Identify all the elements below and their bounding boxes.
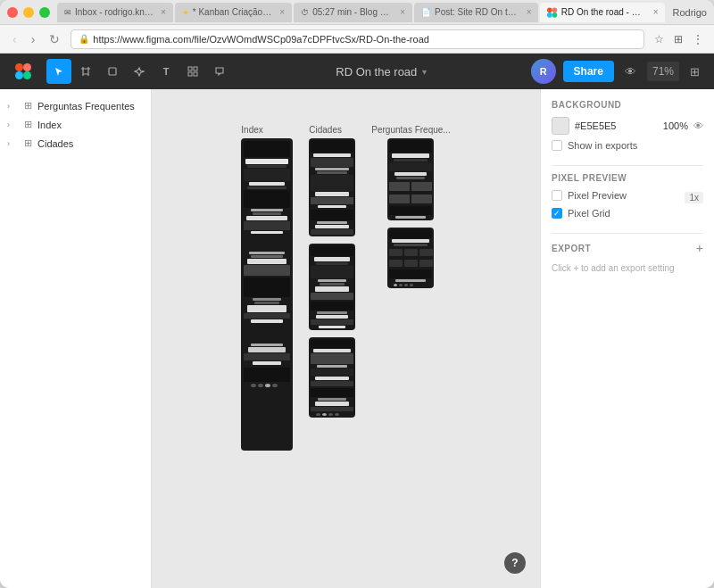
figma-menu-button[interactable] [11, 59, 36, 84]
minimize-button[interactable] [23, 7, 34, 18]
maximize-button[interactable] [39, 7, 50, 18]
svg-rect-2 [547, 12, 552, 18]
svg-rect-6 [15, 71, 23, 79]
cidades-page-1 [309, 138, 355, 236]
tab-post[interactable]: 📄 Post: Site RD On the... × [414, 3, 538, 22]
sidebar-label-perguntas: Perguntas Frequentes [37, 101, 135, 112]
title-chevron-icon[interactable]: ▾ [422, 67, 427, 77]
project-title: RD On the road [336, 65, 417, 79]
tab-blog[interactable]: ⏱ 05:27 min - Blog Po... × [294, 3, 412, 22]
sidebar-item-cidades[interactable]: › ⊞ Cidades [0, 134, 151, 153]
lock-icon: 🔒 [79, 34, 89, 44]
svg-rect-8 [109, 68, 116, 75]
tab-close-icon[interactable]: × [279, 7, 285, 17]
show-in-exports-checkbox[interactable] [552, 140, 562, 151]
pixel-preview-checkbox[interactable] [552, 190, 562, 201]
pixel-preview-header: PIXEL PREVIEW [552, 173, 703, 183]
tab-close-icon[interactable]: × [653, 7, 659, 17]
bookmark-icon[interactable]: ☆ [652, 32, 666, 46]
show-in-exports-label: Show in exports [568, 140, 637, 151]
shape-tool-button[interactable] [100, 59, 125, 84]
text-tool-button[interactable]: T [154, 59, 178, 84]
svg-rect-7 [23, 71, 31, 79]
figma-toolbar: T RD On the road ▾ R [0, 54, 714, 89]
share-button[interactable]: Share [563, 61, 614, 82]
cursor-icon [54, 66, 64, 77]
tab-figma[interactable]: RD On the road - Fig... × [540, 3, 665, 22]
pixel-preview-title: PIXEL PREVIEW [552, 173, 627, 183]
tab-inbox[interactable]: ✉ Inbox - rodrigo.knol... × [57, 3, 173, 22]
eye-icon[interactable]: 👁 [693, 120, 703, 131]
addressbar: ‹ › ↻ 🔒 https://www.figma.com/file/OzvWO… [0, 25, 714, 54]
frame-label-cidades: Cidades [309, 125, 342, 135]
cidades-page-3 [309, 337, 355, 418]
frame-index[interactable]: Index [241, 125, 293, 451]
help-button[interactable]: ? [504, 552, 526, 574]
tab-kanban[interactable]: ★ * Kanban Criação RD × [175, 3, 292, 22]
svg-rect-11 [188, 72, 192, 76]
color-swatch[interactable] [552, 117, 569, 135]
titlebar: ✉ Inbox - rodrigo.knol... × ★ * Kanban C… [0, 0, 714, 25]
figma-tab-icon [547, 7, 557, 18]
pixel-grid-checkbox[interactable]: ✓ [552, 208, 562, 219]
sidebar-label-cidades: Cidades [37, 138, 73, 149]
frame-icon: ⊞ [21, 119, 34, 130]
chevron-right-icon: › [7, 139, 18, 148]
perguntas-page-1 [387, 138, 434, 220]
chevron-right-icon: › [7, 120, 18, 129]
tab-close-icon[interactable]: × [527, 7, 532, 17]
back-button[interactable]: ‹ [9, 30, 21, 48]
pixel-zoom-level[interactable]: 1x [685, 192, 703, 203]
browser-toolbar-icons: ☆ ⊞ ⋮ [652, 32, 705, 46]
zoom-level[interactable]: 71% [647, 62, 679, 81]
main-area: › ⊞ Perguntas Frequentes › ⊞ Index › ⊞ C… [0, 89, 714, 588]
export-header: EXPORT + [552, 241, 703, 255]
svg-rect-10 [194, 67, 197, 70]
sidebar-item-index[interactable]: › ⊞ Index [0, 115, 151, 134]
background-section: BACKGROUND #E5E5E5 100% 👁 Show in export… [552, 100, 703, 151]
add-export-button[interactable]: + [696, 241, 703, 255]
export-section: EXPORT + Click + to add an export settin… [552, 241, 703, 273]
forward-button[interactable]: › [28, 30, 39, 48]
sidebar-item-perguntas[interactable]: › ⊞ Perguntas Frequentes [0, 96, 151, 115]
tab-close-icon[interactable]: × [161, 7, 166, 17]
color-value: #E5E5E5 [575, 120, 651, 131]
frame-cidades[interactable]: Cidades [309, 125, 355, 418]
extensions-icon[interactable]: ⊞ [671, 32, 685, 46]
frame-icon: ⊞ [21, 100, 34, 112]
sidebar-label-index: Index [37, 120, 62, 130]
export-hint: Click + to add an export setting [552, 263, 675, 273]
frame-icon [80, 66, 91, 77]
canvas-area[interactable]: Index [152, 89, 540, 588]
background-section-header: BACKGROUND [552, 100, 703, 110]
pixel-preview-checkbox-row: Pixel Preview [552, 190, 685, 201]
svg-rect-9 [188, 67, 192, 70]
svg-rect-3 [552, 12, 558, 18]
pixel-grid-label: Pixel Grid [568, 208, 610, 219]
frame-tool-button[interactable] [73, 59, 98, 84]
tab-close-icon[interactable]: × [400, 7, 405, 17]
move-tool-button[interactable] [46, 59, 71, 84]
pen-icon [134, 66, 145, 77]
close-button[interactable] [7, 7, 18, 18]
url-bar[interactable]: 🔒 https://www.figma.com/file/OzvWOmdWSCp… [71, 29, 644, 49]
divider-2 [552, 233, 703, 234]
settings-icon[interactable]: ⋮ [691, 32, 705, 46]
svg-rect-12 [194, 72, 197, 76]
show-in-exports-row: Show in exports [552, 140, 703, 151]
shape-icon [107, 66, 118, 77]
layout-icon[interactable]: ⊞ [686, 62, 703, 82]
frame-perguntas[interactable]: Perguntas Freque... [371, 125, 450, 288]
refresh-button[interactable]: ↻ [46, 30, 63, 48]
eye-view-icon[interactable]: 👁 [621, 62, 640, 82]
pen-tool-button[interactable] [127, 59, 152, 84]
grid-tool-button[interactable] [180, 59, 205, 84]
comment-tool-button[interactable] [207, 59, 232, 84]
app-window: ✉ Inbox - rodrigo.knol... × ★ * Kanban C… [0, 0, 714, 588]
perguntas-page-2 [387, 228, 434, 288]
divider [552, 165, 703, 166]
frame-label-perguntas: Perguntas Freque... [371, 125, 450, 135]
chevron-right-icon: › [7, 102, 18, 111]
svg-rect-5 [23, 63, 31, 71]
cidades-page-2 [309, 244, 355, 330]
